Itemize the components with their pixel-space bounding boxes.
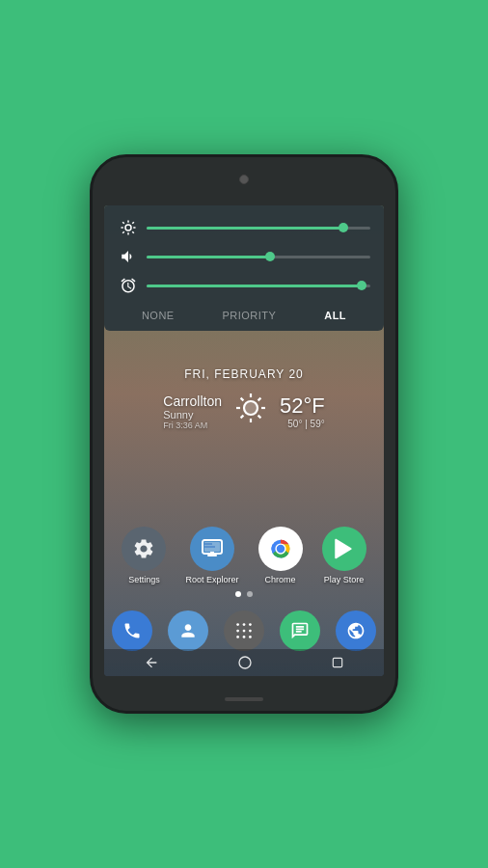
brightness-track[interactable] (147, 227, 370, 230)
dock-phone[interactable] (112, 610, 152, 651)
svg-line-7 (122, 231, 124, 233)
weather-time: Fri 3:36 AM (163, 420, 222, 430)
mode-all[interactable]: ALL (324, 310, 346, 321)
brightness-icon (118, 217, 139, 238)
svg-point-31 (236, 630, 239, 633)
settings-icon-bg (122, 527, 166, 571)
speaker (225, 697, 263, 701)
svg-line-15 (258, 416, 261, 419)
phone-screen: NONE PRIORITY ALL FRI, FEBRUARY 20 Carro… (104, 205, 384, 676)
root-explorer-icon-bg (190, 527, 234, 571)
page-dots (104, 591, 384, 597)
dock-contacts[interactable] (168, 610, 208, 651)
dock-browser[interactable] (336, 610, 376, 651)
app-chrome[interactable]: Chrome (258, 527, 303, 584)
nav-back[interactable] (144, 655, 159, 670)
svg-point-34 (236, 636, 239, 638)
alarm-icon (118, 275, 139, 296)
root-explorer-label: Root Explorer (185, 575, 238, 584)
phone-device: NONE PRIORITY ALL FRI, FEBRUARY 20 Carro… (90, 154, 398, 714)
app-root-explorer[interactable]: Root Explorer (185, 527, 238, 584)
volume-track[interactable] (147, 256, 370, 258)
alarm-fill (147, 285, 362, 287)
nav-recents[interactable] (331, 656, 344, 669)
svg-point-32 (243, 630, 246, 633)
camera (239, 175, 249, 184)
page-dot-1 (235, 591, 241, 597)
brightness-thumb (339, 223, 348, 232)
notification-modes: NONE PRIORITY ALL (118, 304, 370, 321)
play-store-icon-bg (322, 527, 366, 571)
nav-home[interactable] (237, 655, 253, 670)
app-settings[interactable]: Settings (122, 527, 166, 584)
svg-point-33 (249, 630, 252, 633)
volume-slider-row[interactable] (118, 246, 370, 267)
weather-location: Carrollton Sunny Fri 3:36 AM (163, 393, 222, 430)
brightness-fill (147, 227, 343, 230)
alarm-track[interactable] (147, 285, 370, 287)
alarm-thumb (357, 281, 366, 290)
svg-point-30 (249, 623, 252, 626)
svg-point-35 (243, 636, 246, 638)
sun-icon (233, 391, 268, 432)
svg-line-16 (241, 416, 244, 419)
settings-label: Settings (128, 575, 160, 584)
app-grid: Settings Root Explorer (104, 527, 384, 584)
alarm-slider-row[interactable] (118, 275, 370, 296)
chrome-icon-bg (258, 527, 303, 571)
mode-priority[interactable]: PRIORITY (222, 310, 276, 321)
temp-range: 50° | 59° (280, 419, 325, 429)
chrome-label: Chrome (265, 575, 296, 584)
mode-none[interactable]: NONE (142, 310, 175, 321)
svg-rect-38 (334, 658, 342, 666)
svg-line-8 (132, 222, 134, 224)
play-store-label: Play Store (324, 575, 365, 584)
svg-line-6 (132, 231, 134, 233)
weather-widget: Carrollton Sunny Fri 3:36 AM (104, 391, 384, 432)
temp-main: 52°F (280, 393, 325, 419)
weather-city: Carrollton (163, 393, 222, 409)
brightness-slider-row[interactable] (118, 217, 370, 238)
svg-line-14 (241, 398, 244, 401)
svg-point-29 (243, 623, 246, 626)
svg-point-27 (276, 545, 284, 553)
dock-apps[interactable] (224, 610, 264, 651)
volume-thumb (265, 252, 275, 261)
date-bar: FRI, FEBRUARY 20 Carrollton Sunny Fri 3:… (104, 367, 384, 432)
dock (104, 610, 384, 651)
volume-icon (118, 246, 139, 267)
weather-condition: Sunny (163, 409, 222, 420)
dock-messages[interactable] (280, 610, 320, 651)
date-text: FRI, FEBRUARY 20 (104, 367, 384, 381)
svg-point-36 (249, 636, 252, 638)
svg-point-9 (244, 401, 258, 415)
svg-line-17 (258, 398, 261, 401)
page-dot-2 (247, 591, 253, 597)
svg-point-37 (239, 657, 251, 668)
app-play-store[interactable]: Play Store (322, 527, 366, 584)
svg-line-5 (122, 222, 124, 224)
volume-fill (147, 256, 270, 258)
svg-point-28 (236, 623, 239, 626)
weather-temp: 52°F 50° | 59° (280, 393, 325, 429)
notification-panel: NONE PRIORITY ALL (104, 205, 384, 331)
svg-point-0 (125, 225, 131, 231)
nav-bar (104, 649, 384, 676)
svg-rect-21 (210, 552, 214, 556)
